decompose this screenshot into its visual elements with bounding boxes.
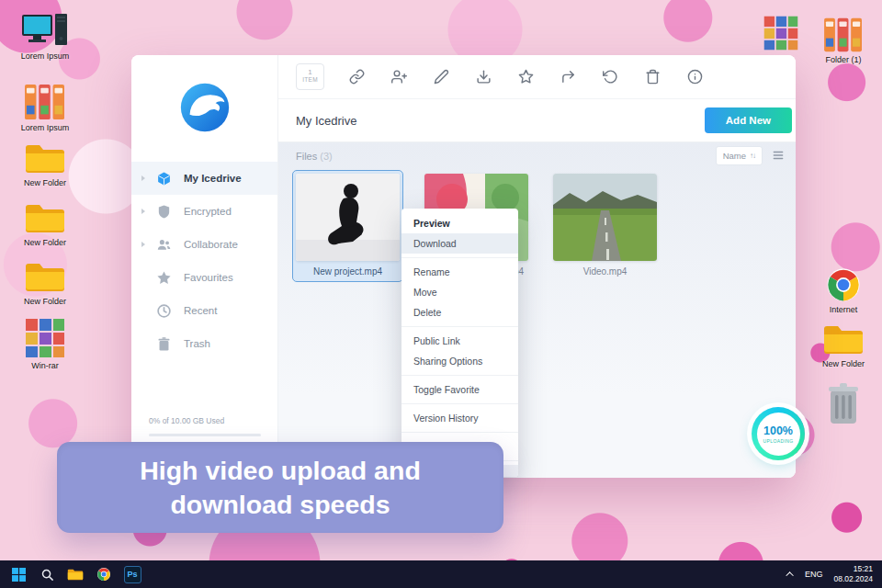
- desktop: Lorem Ipsum Lorem Ipsum New Folder: [0, 0, 882, 588]
- favorite-star-icon[interactable]: [518, 69, 534, 85]
- clock-date: 08.02.2024: [833, 574, 873, 584]
- sidebar-item-encrypted[interactable]: Encrypted: [131, 195, 277, 228]
- file-thumbnail-woman: [296, 174, 400, 261]
- file-card-new-project[interactable]: New project.mp4: [292, 170, 403, 282]
- menu-item-delete[interactable]: Delete: [401, 302, 518, 322]
- menu-item-rename[interactable]: Rename: [401, 262, 518, 282]
- desktop-icon-recycle-bin[interactable]: [820, 382, 866, 426]
- sidebar-item-label: Collaborate: [184, 239, 238, 250]
- photoshop-badge: Ps: [124, 566, 141, 583]
- desktop-icon-label: Lorem Ipsum: [21, 123, 70, 132]
- file-card-video[interactable]: Video.mp4: [549, 170, 661, 282]
- desktop-icon-folder-right-2[interactable]: New Folder: [808, 322, 878, 368]
- delete-icon[interactable]: [645, 69, 661, 85]
- menu-item-toggle-favorite[interactable]: Toggle Favorite: [401, 379, 518, 400]
- desktop-icon-label: New Folder: [24, 297, 66, 306]
- trash-can-icon: [825, 382, 862, 426]
- files-title: Files: [296, 151, 317, 162]
- sort-label: Name: [723, 151, 746, 161]
- sidebar-item-label: Encrypted: [184, 206, 232, 217]
- menu-separator: [401, 403, 518, 404]
- caption-text: High video upload and download speeds: [121, 454, 439, 521]
- download-icon[interactable]: [476, 69, 492, 85]
- context-menu: Preview Download Rename Move Delete Publ…: [401, 209, 518, 477]
- binders-icon: [823, 17, 864, 53]
- menu-separator: [401, 326, 518, 327]
- add-user-icon[interactable]: [391, 69, 407, 85]
- drive-box-icon: [156, 171, 172, 187]
- menu-item-sharing-options[interactable]: Sharing Options: [401, 351, 518, 371]
- sidebar-item-recent[interactable]: Recent: [131, 294, 277, 327]
- desktop-icon-computer[interactable]: Lorem Ipsum: [10, 13, 80, 61]
- shield-icon: [156, 204, 172, 220]
- desktop-icon-label: New Folder: [24, 238, 66, 247]
- desktop-icon-label: New Folder: [822, 359, 865, 368]
- desktop-icon-folder-right[interactable]: Folder (1): [808, 17, 878, 64]
- share-icon[interactable]: [560, 69, 576, 85]
- desktop-icon-binders[interactable]: Lorem Ipsum: [10, 83, 80, 132]
- desktop-icon-folder-2[interactable]: New Folder: [10, 201, 80, 247]
- sidebar-item-label: Recent: [184, 305, 217, 316]
- menu-item-public-link[interactable]: Public Link: [401, 331, 518, 351]
- desktop-icon-folder-3[interactable]: New Folder: [10, 260, 80, 306]
- upload-progress-badge[interactable]: 100% UPLOADING: [752, 407, 805, 460]
- menu-separator: [401, 375, 518, 376]
- main-panel: 1 ITEM: [278, 55, 796, 478]
- file-thumbnail-landscape: [553, 174, 657, 261]
- selected-item-count-badge: 1 ITEM: [296, 63, 324, 90]
- item-count: 1: [308, 69, 311, 76]
- tray-expand-icon[interactable]: [786, 571, 793, 579]
- menu-item-download[interactable]: Download: [401, 233, 518, 254]
- menu-item-move[interactable]: Move: [401, 282, 518, 302]
- storage-progress-bar: [149, 434, 261, 436]
- files-area: Files (3) Name ↑↓: [278, 142, 796, 478]
- icedrive-window: My Icedrive Encrypted Collaborate: [131, 55, 796, 478]
- taskbar-photoshop-icon[interactable]: Ps: [123, 565, 141, 583]
- list-view-icon[interactable]: [772, 149, 785, 162]
- people-icon: [156, 237, 172, 253]
- expand-chevron-icon[interactable]: [139, 209, 148, 214]
- desktop-icon-label: Win-rar: [31, 361, 59, 370]
- language-indicator[interactable]: ENG: [805, 570, 823, 579]
- taskbar-explorer-icon[interactable]: [66, 565, 85, 583]
- history-icon[interactable]: [603, 69, 618, 85]
- sort-button[interactable]: Name ↑↓: [716, 146, 763, 165]
- rename-icon[interactable]: [434, 69, 449, 85]
- clock-time: 15:21: [833, 564, 873, 574]
- expand-chevron-icon[interactable]: [139, 175, 148, 181]
- action-toolbar: 1 ITEM: [278, 55, 796, 99]
- desktop-icon-winrar-2[interactable]: [755, 15, 807, 51]
- desktop-icon-folder-1[interactable]: New Folder: [10, 141, 80, 187]
- desktop-icon-label: New Folder: [24, 178, 66, 187]
- menu-separator: [401, 432, 518, 433]
- start-button[interactable]: [9, 565, 28, 583]
- link-icon[interactable]: [349, 69, 365, 85]
- taskbar-chrome-icon[interactable]: [95, 565, 113, 583]
- menu-separator: [401, 257, 518, 258]
- add-new-button[interactable]: Add New: [705, 107, 792, 133]
- desktop-icon-winrar[interactable]: Win-rar: [10, 317, 80, 370]
- menu-item-preview[interactable]: Preview: [401, 213, 518, 233]
- menu-item-version-history[interactable]: Version History: [401, 408, 518, 428]
- taskbar-search-icon[interactable]: [38, 565, 56, 583]
- folder-icon: [24, 260, 66, 295]
- sidebar-item-my-icedrive[interactable]: My Icedrive: [131, 162, 277, 195]
- winrar-icon: [24, 317, 66, 359]
- sidebar-item-trash[interactable]: Trash: [131, 327, 277, 360]
- sidebar-item-label: Favourites: [184, 272, 233, 283]
- info-icon[interactable]: [687, 69, 703, 85]
- marketing-caption: High video upload and download speeds: [57, 442, 503, 533]
- file-name: Video.mp4: [553, 266, 657, 277]
- binders-icon: [24, 83, 66, 121]
- desktop-icon-internet[interactable]: Internet: [808, 266, 878, 314]
- expand-chevron-icon[interactable]: [139, 242, 148, 247]
- taskbar-clock[interactable]: 15:21 08.02.2024: [833, 564, 873, 585]
- folder-icon: [24, 201, 66, 236]
- breadcrumb[interactable]: My Icedrive: [296, 114, 356, 128]
- taskbar: Ps ENG 15:21 08.02.2024: [0, 560, 882, 588]
- folder-icon: [822, 322, 865, 357]
- sidebar-item-collaborate[interactable]: Collaborate: [131, 228, 277, 261]
- desktop-icon-label: Folder (1): [825, 55, 861, 64]
- sidebar-item-favourites[interactable]: Favourites: [131, 261, 277, 294]
- item-unit: ITEM: [302, 76, 318, 84]
